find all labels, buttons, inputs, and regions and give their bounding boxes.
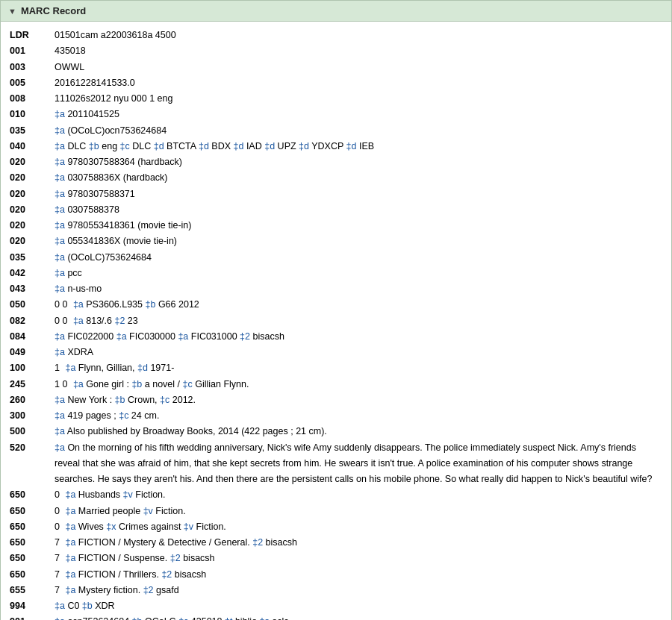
marc-field-label: 260 [10,392,55,408]
table-row: 008111026s2012 nyu 000 1 eng [10,91,662,107]
subfield-code: ‡a [55,252,65,263]
marc-field-label: 008 [10,91,55,107]
subfield-code: ‡a [65,553,75,563]
table-row: 035‡a (OCoLC)753624684 [10,250,662,266]
marc-title: MARC Record [21,5,86,16]
marc-field-label: 994 [10,598,55,614]
subfield-code: ‡2 [161,569,172,580]
marc-field-value: ‡a n-us-mo [55,281,102,297]
subfield-code: ‡b [89,141,99,151]
table-row: 500‡a Also published by Broadway Books, … [10,424,662,439]
subfield-code: ‡s [260,616,270,620]
subfield-code: ‡d [199,141,209,151]
marc-field-value: 7 ‡a Mystery fiction. ‡2 gsafd [55,583,179,598]
subfield-code: ‡c [178,616,188,620]
marc-field-value: OWWL [55,60,84,75]
marc-field-value: ‡a 055341836X (movie tie-in) [55,234,177,249]
subfield-code: ‡a [55,601,65,611]
marc-indicators: 0 [55,506,60,516]
marc-field-label: 020 [10,234,55,249]
marc-field-value: 0 ‡a Husbands ‡v Fiction. [55,487,166,503]
marc-field-value: 7 ‡a FICTION / Mystery & Detective / Gen… [55,535,297,551]
subfield-code: ‡a [55,141,65,151]
marc-field-value: ‡a ocn753624684 ‡b OCoLC ‡c 435018 ‡t bi… [55,614,288,620]
subfield-code: ‡a [65,506,75,516]
page-wrapper: ▼ MARC Record LDR01501cam a22003618a 450… [0,0,672,620]
marc-indicators: 7 [55,553,60,563]
marc-field-value: 1 ‡a Flynn, Gillian, ‡d 1971- [55,360,174,376]
marc-field-label: 650 [10,567,55,583]
marc-field-value: 0 0 ‡a PS3606.L935 ‡b G66 2012 [55,297,199,313]
marc-field-label: 010 [10,107,55,122]
subfield-code: ‡t [225,616,232,620]
table-row: 020‡a 0307588378 [10,202,662,218]
marc-field-value: ‡a 2011041525 [55,107,119,122]
marc-field-label: 650 [10,535,55,551]
table-row: 1001 ‡a Flynn, Gillian, ‡d 1971- [10,360,662,376]
marc-field-value: 0 0 ‡a 813/.6 ‡2 23 [55,313,138,329]
table-row: 260‡a New York : ‡b Crown, ‡c 2012. [10,392,662,408]
marc-field-label: 049 [10,345,55,360]
subfield-code: ‡a [55,426,65,436]
marc-field-label: 100 [10,360,55,376]
subfield-code: ‡a [55,395,65,405]
subfield-code: ‡2 [170,553,181,563]
subfield-code: ‡a [65,585,75,595]
collapse-triangle[interactable]: ▼ [8,7,16,16]
table-row: 650 7 ‡a FICTION / Suspense. ‡2 bisacsh [10,551,662,566]
marc-field-label: 005 [10,75,55,91]
subfield-code: ‡a [55,236,65,246]
table-row: 084‡a FIC022000 ‡a FIC030000 ‡a FIC03100… [10,329,662,345]
subfield-code: ‡c [120,141,130,151]
subfield-code: ‡b [146,299,156,310]
subfield-code: ‡b [132,616,143,620]
table-row: 650 7 ‡a FICTION / Thrillers. ‡2 bisacsh [10,567,662,583]
subfield-code: ‡d [137,363,148,373]
marc-field-label: 035 [10,123,55,139]
table-row: 001435018 [10,43,662,59]
marc-indicators: 1 0 [55,379,67,389]
table-row: 2451 0 ‡a Gone girl : ‡b a novel / ‡c Gi… [10,377,662,392]
table-row: 0820 0 ‡a 813/.6 ‡2 23 [10,313,662,329]
marc-header: ▼ MARC Record [1,1,671,22]
subfield-code: ‡a [73,316,84,326]
subfield-code: ‡a [73,299,84,310]
subfield-code: ‡a [55,442,65,453]
marc-field-label: 500 [10,424,55,439]
subfield-code: ‡a [65,569,75,580]
marc-field-value: ‡a FIC022000 ‡a FIC030000 ‡a FIC031000 ‡… [55,329,284,345]
subfield-code: ‡a [65,522,75,532]
marc-field-value: 0 ‡a Married people ‡v Fiction. [55,504,186,519]
subfield-code: ‡a [55,284,65,294]
marc-field-value: 7 ‡a FICTION / Thrillers. ‡2 bisacsh [55,567,206,583]
table-row: 035‡a (OCoLC)ocn753624684 [10,123,662,139]
subfield-code: ‡a [55,268,65,278]
subfield-code: ‡c [183,379,193,389]
table-row: 020‡a 9780307588364 (hardback) [10,154,662,170]
table-row: 040‡a DLC ‡b eng ‡c DLC ‡d BTCTA ‡d BDX … [10,139,662,154]
table-row: 300‡a 419 pages ; ‡c 24 cm. [10,408,662,424]
table-row: 010‡a 2011041525 [10,107,662,122]
marc-indicators: 7 [55,537,60,548]
marc-field-label: 300 [10,408,55,424]
table-row: 650 7 ‡a FICTION / Mystery & Detective /… [10,535,662,551]
subfield-code: ‡a [55,220,65,231]
marc-field-value: ‡a XDRA [55,345,93,360]
subfield-code: ‡2 [252,537,263,548]
table-row: 655 7 ‡a Mystery fiction. ‡2 gsafd [10,583,662,598]
marc-field-value: 111026s2012 nyu 000 1 eng [55,91,172,107]
marc-field-value: ‡a New York : ‡b Crown, ‡c 2012. [55,392,196,408]
marc-field-value: ‡a 030758836X (hardback) [55,170,168,186]
subfield-code: ‡2 [143,585,154,595]
subfield-code: ‡b [131,379,142,389]
subfield-code: ‡2 [240,331,250,342]
marc-indicators: 7 [55,585,60,595]
subfield-code: ‡b [115,395,125,405]
subfield-code: ‡v [184,522,193,532]
subfield-code: ‡a [55,616,65,620]
subfield-code: ‡d [346,141,357,151]
marc-field-value: 01501cam a22003618a 4500 [55,28,176,43]
subfield-code: ‡b [82,601,93,611]
subfield-code: ‡x [106,522,116,532]
subfield-code: ‡a [65,363,75,373]
